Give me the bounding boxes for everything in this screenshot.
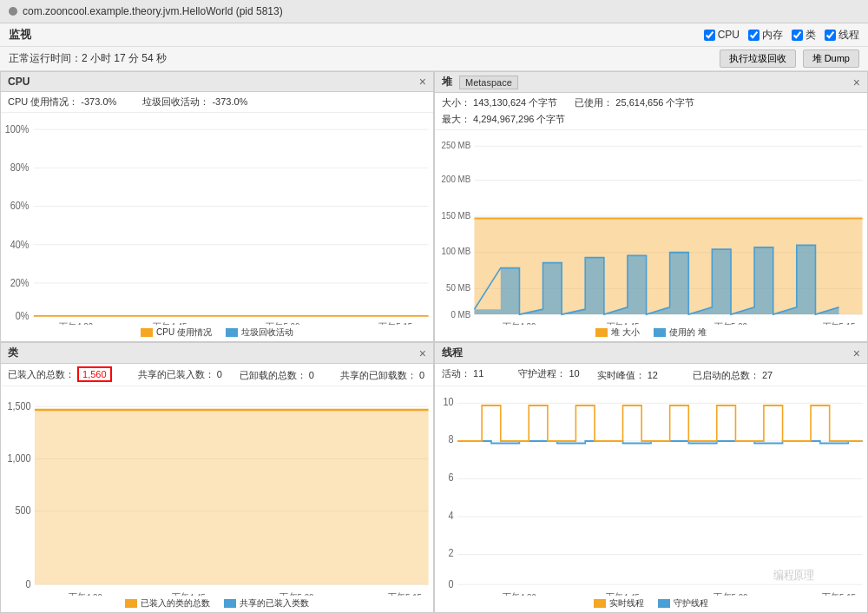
class-chart-svg: 1,500 1,000 500 0 下午4:30 下午4:45 下午5:00 下… xyxy=(1,390,433,596)
class-panel-close[interactable]: × xyxy=(419,346,426,360)
metaspace-tab[interactable]: Metaspace xyxy=(459,76,518,89)
svg-text:0 MB: 0 MB xyxy=(450,309,470,320)
thread-active-stat: 活动： 11 xyxy=(442,367,483,382)
class-total-loaded-value: 1,560 xyxy=(77,366,112,382)
header-title: 监视 xyxy=(9,27,31,43)
thread-chart-area: 10 8 6 4 2 0 下午4:30 下午4:45 下 xyxy=(435,386,867,596)
svg-text:10: 10 xyxy=(444,395,454,408)
cpu-legend-gc: 垃圾回收活动 xyxy=(226,326,293,339)
svg-text:0%: 0% xyxy=(16,309,30,321)
heap-chart-legend: 堆 大小 使用的 堆 xyxy=(435,325,867,341)
cpu-panel: CPU × CPU 使用情况： -373.0% 垃圾回收活动： -373.0% … xyxy=(0,71,434,342)
cpu-legend-usage-color xyxy=(141,328,153,337)
svg-text:下午5:15: 下午5:15 xyxy=(388,592,422,596)
svg-text:下午4:45: 下午4:45 xyxy=(606,592,640,596)
svg-text:20%: 20% xyxy=(10,276,30,288)
class-chart-area: 1,500 1,000 500 0 下午4:30 下午4:45 下午5:00 下… xyxy=(1,386,433,596)
cpu-panel-close[interactable]: × xyxy=(419,75,426,89)
cpu-legend-usage: CPU 使用情况 xyxy=(141,326,212,339)
header-checkboxes: CPU 内存 类 线程 xyxy=(704,28,859,43)
svg-text:下午4:30: 下午4:30 xyxy=(503,592,536,596)
thread-panel: 线程 × 活动： 11 守护进程： 10 实时峰值： 12 xyxy=(434,342,868,613)
svg-text:250 MB: 250 MB xyxy=(442,140,471,150)
thread-panel-title: 线程 xyxy=(442,346,463,360)
cpu-legend-gc-color xyxy=(226,328,238,337)
heap-panel-title: 堆 xyxy=(442,75,452,89)
cpu-panel-header: CPU × xyxy=(1,72,433,92)
thread-peak-stat: 实时峰值： 12 xyxy=(597,369,658,382)
cpu-chart-area: 100% 80% 60% 40% 20% 0% 下午4:30 下午4:45 下午… xyxy=(1,113,433,325)
svg-text:200 MB: 200 MB xyxy=(442,174,471,184)
panels-grid: CPU × CPU 使用情况： -373.0% 垃圾回收活动： -373.0% … xyxy=(0,71,868,613)
svg-marker-44 xyxy=(35,410,429,584)
uptime-label: 正常运行时间：2 小时 17 分 54 秒 xyxy=(9,51,167,66)
svg-text:下午5:15: 下午5:15 xyxy=(378,321,412,325)
thread-legend-live-color xyxy=(594,599,606,608)
cpu-panel-title: CPU xyxy=(8,76,30,88)
svg-text:下午5:15: 下午5:15 xyxy=(822,592,856,596)
svg-text:150 MB: 150 MB xyxy=(442,210,471,221)
svg-text:下午5:15: 下午5:15 xyxy=(823,322,856,325)
cpu-chart-svg: 100% 80% 60% 40% 20% 0% 下午4:30 下午4:45 下午… xyxy=(1,116,433,325)
svg-text:下午5:00: 下午5:00 xyxy=(714,592,748,596)
heap-panel: 堆 Metaspace × 大小： 143,130,624 个字节 已使用： 2… xyxy=(434,71,868,342)
class-legend-shared-color xyxy=(224,599,236,608)
class-shared-loaded-stat: 共享的已装入数： 0 xyxy=(138,368,222,381)
checkbox-cpu[interactable]: CPU xyxy=(704,29,740,41)
svg-text:6: 6 xyxy=(449,471,454,484)
gc-button[interactable]: 执行垃圾回收 xyxy=(720,49,796,68)
heap-legend-used: 使用的 堆 xyxy=(654,326,707,339)
svg-text:1,000: 1,000 xyxy=(8,452,31,465)
svg-text:下午4:45: 下午4:45 xyxy=(172,592,206,596)
heap-legend-size-color xyxy=(595,328,608,337)
heap-panel-close[interactable]: × xyxy=(853,76,860,89)
svg-text:4: 4 xyxy=(449,509,454,522)
svg-text:下午4:45: 下午4:45 xyxy=(607,322,640,325)
svg-text:0: 0 xyxy=(26,577,31,590)
heap-dump-button[interactable]: 堆 Dump xyxy=(803,49,859,68)
checkbox-thread[interactable]: 线程 xyxy=(825,28,859,43)
svg-text:下午4:30: 下午4:30 xyxy=(69,592,102,596)
window-title: com.zooncool.example.theory.jvm.HelloWor… xyxy=(23,5,283,17)
svg-text:下午5:00: 下午5:00 xyxy=(280,592,314,596)
sub-header: 正常运行时间：2 小时 17 分 54 秒 执行垃圾回收 堆 Dump xyxy=(0,47,868,71)
thread-chart-svg: 10 8 6 4 2 0 下午4:30 下午4:45 下 xyxy=(435,390,867,596)
class-legend-total-color xyxy=(125,599,137,608)
class-shared-unloaded-stat: 共享的已卸载数： 0 xyxy=(340,369,424,382)
thread-chart-legend: 实时线程 守护线程 xyxy=(435,596,867,612)
checkbox-memory[interactable]: 内存 xyxy=(748,28,783,43)
cpu-panel-stats: CPU 使用情况： -373.0% 垃圾回收活动： -373.0% xyxy=(1,92,433,113)
thread-panel-header: 线程 × xyxy=(435,343,867,364)
thread-panel-stats: 活动： 11 守护进程： 10 实时峰值： 12 已启动的总数： 27 xyxy=(435,364,867,386)
svg-text:50 MB: 50 MB xyxy=(446,282,470,293)
class-legend-shared: 共享的已装入类数 xyxy=(224,597,309,610)
svg-text:2: 2 xyxy=(449,546,454,559)
gc-activity-stat: 垃圾回收活动： -373.0% xyxy=(142,96,247,109)
checkbox-class[interactable]: 类 xyxy=(792,28,816,43)
class-panel-header: 类 × xyxy=(1,343,433,364)
class-legend-total: 已装入的类的总数 xyxy=(125,597,210,610)
thread-panel-close[interactable]: × xyxy=(853,346,860,360)
cpu-usage-stat: CPU 使用情况： -373.0% xyxy=(8,96,116,109)
class-total-loaded-stat: 已装入的总数： 1,560 xyxy=(8,368,112,381)
watermark-text: 编程原理 xyxy=(773,568,814,582)
thread-legend-daemon-color xyxy=(658,599,670,608)
heap-chart-area: 250 MB 200 MB 150 MB 100 MB 50 MB 0 MB xyxy=(435,130,867,325)
heap-panel-stats: 大小： 143,130,624 个字节 已使用： 25,614,656 个字节 … xyxy=(435,93,867,130)
svg-text:下午5:00: 下午5:00 xyxy=(714,322,747,325)
svg-text:1,500: 1,500 xyxy=(8,399,31,412)
heap-chart-svg: 250 MB 200 MB 150 MB 100 MB 50 MB 0 MB xyxy=(435,134,867,325)
window-icon xyxy=(9,7,17,16)
svg-text:100%: 100% xyxy=(5,122,30,135)
thread-started-stat: 已启动的总数： 27 xyxy=(693,369,773,382)
class-panel-stats: 已装入的总数： 1,560 共享的已装入数： 0 已卸载的总数： 0 共享的已卸… xyxy=(1,364,433,386)
heap-used-stat: 已使用： 25,614,656 个字节 xyxy=(575,96,694,109)
svg-text:下午4:45: 下午4:45 xyxy=(153,321,187,325)
heap-panel-header: 堆 Metaspace × xyxy=(435,72,867,93)
svg-text:500: 500 xyxy=(16,504,31,517)
svg-text:下午4:30: 下午4:30 xyxy=(59,321,93,325)
svg-text:80%: 80% xyxy=(10,161,30,173)
class-total-unloaded-stat: 已卸载的总数： 0 xyxy=(240,369,314,382)
svg-text:40%: 40% xyxy=(10,238,30,250)
svg-text:8: 8 xyxy=(449,433,454,446)
